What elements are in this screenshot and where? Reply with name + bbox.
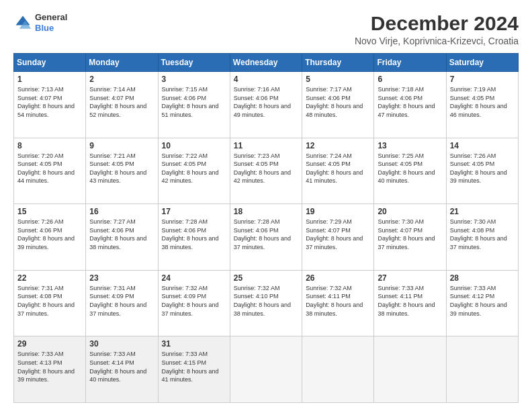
calendar-day-8: 8Sunrise: 7:20 AMSunset: 4:05 PMDaylight… [14,138,86,204]
calendar-day-7: 7Sunrise: 7:19 AMSunset: 4:05 PMDaylight… [446,72,518,138]
calendar-day-3: 3Sunrise: 7:15 AMSunset: 4:06 PMDaylight… [158,72,230,138]
calendar-day-23: 23Sunrise: 7:31 AMSunset: 4:09 PMDayligh… [86,270,158,336]
calendar-day-24: 24Sunrise: 7:32 AMSunset: 4:09 PMDayligh… [158,270,230,336]
calendar-day-21: 21Sunrise: 7:30 AMSunset: 4:08 PMDayligh… [446,204,518,271]
calendar-day-4: 4Sunrise: 7:16 AMSunset: 4:06 PMDaylight… [230,72,302,138]
calendar-week-1: 1Sunrise: 7:13 AMSunset: 4:07 PMDaylight… [14,72,519,138]
calendar-day-26: 26Sunrise: 7:32 AMSunset: 4:11 PMDayligh… [302,270,374,336]
calendar-day-1: 1Sunrise: 7:13 AMSunset: 4:07 PMDaylight… [14,72,86,138]
col-monday: Monday [86,54,158,72]
calendar-day-27: 27Sunrise: 7:33 AMSunset: 4:11 PMDayligh… [374,270,446,336]
calendar-day-13: 13Sunrise: 7:25 AMSunset: 4:05 PMDayligh… [374,138,446,204]
calendar-day-12: 12Sunrise: 7:24 AMSunset: 4:05 PMDayligh… [302,138,374,204]
calendar-day-14: 14Sunrise: 7:26 AMSunset: 4:05 PMDayligh… [446,138,518,204]
calendar-week-3: 15Sunrise: 7:26 AMSunset: 4:06 PMDayligh… [14,204,519,271]
calendar-day-17: 17Sunrise: 7:28 AMSunset: 4:06 PMDayligh… [158,204,230,271]
calendar-day-30: 30Sunrise: 7:33 AMSunset: 4:14 PMDayligh… [86,336,158,403]
logo-icon [13,13,32,32]
calendar-day-10: 10Sunrise: 7:22 AMSunset: 4:05 PMDayligh… [158,138,230,204]
calendar-day-25: 25Sunrise: 7:32 AMSunset: 4:10 PMDayligh… [230,270,302,336]
calendar-empty [446,336,518,403]
calendar-week-5: 29Sunrise: 7:33 AMSunset: 4:13 PMDayligh… [14,336,519,403]
col-sunday: Sunday [14,54,86,72]
logo: General Blue [13,12,67,33]
header: General Blue December 2024 Novo Virje, K… [13,12,519,46]
calendar-week-4: 22Sunrise: 7:31 AMSunset: 4:08 PMDayligh… [14,270,519,336]
col-friday: Friday [374,54,446,72]
calendar-day-15: 15Sunrise: 7:26 AMSunset: 4:06 PMDayligh… [14,204,86,271]
col-tuesday: Tuesday [158,54,230,72]
calendar-day-18: 18Sunrise: 7:28 AMSunset: 4:06 PMDayligh… [230,204,302,271]
title-block: December 2024 Novo Virje, Koprivnica-Kri… [355,12,519,46]
calendar-day-16: 16Sunrise: 7:27 AMSunset: 4:06 PMDayligh… [86,204,158,271]
calendar-day-31: 31Sunrise: 7:33 AMSunset: 4:15 PMDayligh… [158,336,230,403]
calendar-empty [230,336,302,403]
calendar-week-2: 8Sunrise: 7:20 AMSunset: 4:05 PMDaylight… [14,138,519,204]
calendar-day-28: 28Sunrise: 7:33 AMSunset: 4:12 PMDayligh… [446,270,518,336]
calendar-day-20: 20Sunrise: 7:30 AMSunset: 4:07 PMDayligh… [374,204,446,271]
calendar-day-29: 29Sunrise: 7:33 AMSunset: 4:13 PMDayligh… [14,336,86,403]
col-wednesday: Wednesday [230,54,302,72]
logo-text: General Blue [35,12,67,33]
calendar-day-2: 2Sunrise: 7:14 AMSunset: 4:07 PMDaylight… [86,72,158,138]
month-title: December 2024 [355,12,519,34]
calendar-empty [302,336,374,403]
calendar-day-6: 6Sunrise: 7:18 AMSunset: 4:06 PMDaylight… [374,72,446,138]
calendar-day-11: 11Sunrise: 7:23 AMSunset: 4:05 PMDayligh… [230,138,302,204]
calendar-empty [374,336,446,403]
calendar: Sunday Monday Tuesday Wednesday Thursday… [13,53,519,403]
page: General Blue December 2024 Novo Virje, K… [0,0,532,411]
calendar-day-19: 19Sunrise: 7:29 AMSunset: 4:07 PMDayligh… [302,204,374,271]
location: Novo Virje, Koprivnica-Krizevci, Croatia [355,36,519,46]
calendar-day-5: 5Sunrise: 7:17 AMSunset: 4:06 PMDaylight… [302,72,374,138]
col-saturday: Saturday [446,54,518,72]
calendar-header-row: Sunday Monday Tuesday Wednesday Thursday… [14,54,519,72]
calendar-day-22: 22Sunrise: 7:31 AMSunset: 4:08 PMDayligh… [14,270,86,336]
col-thursday: Thursday [302,54,374,72]
calendar-day-9: 9Sunrise: 7:21 AMSunset: 4:05 PMDaylight… [86,138,158,204]
